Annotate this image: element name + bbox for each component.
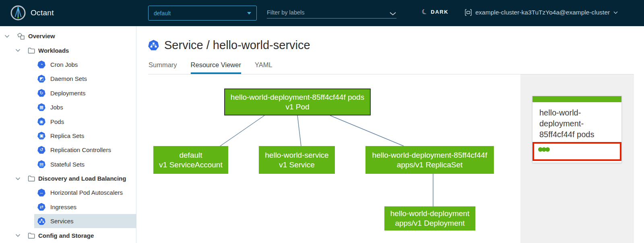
chevron-down-icon[interactable]: [15, 234, 21, 237]
sidebar-item-label: Daemon Sets: [50, 75, 87, 82]
ingresses-icon: ⇄: [37, 203, 45, 211]
chevron-down-icon[interactable]: [15, 49, 21, 52]
sidebar-item-stateful-sets[interactable]: ▤ Stateful Sets: [34, 157, 136, 171]
octant-logo-icon: [10, 5, 26, 21]
sidebar-item-replication-controllers[interactable]: ↺ Replication Controllers: [34, 143, 136, 157]
sidebar-item-label: Deployments: [50, 90, 86, 97]
sidebar-item-daemon-sets[interactable]: ◩ Daemon Sets: [34, 72, 136, 86]
node-sublabel: v1 Service: [279, 160, 315, 170]
folder-icon: [28, 47, 35, 54]
sidebar-item-services[interactable]: Services: [34, 214, 136, 228]
card-status-bar: [533, 96, 621, 102]
graph-node-service[interactable]: hello-world-service v1 Service: [259, 146, 335, 174]
graph-node-deployment[interactable]: hello-world-deployment apps/v1 Deploymen…: [384, 206, 475, 231]
main-content: Service / hello-world-service Summary Re…: [137, 26, 644, 243]
replica-sets-icon: ▣: [37, 132, 45, 140]
card-title: hello-world-deployment-85ff4cf44f pods: [533, 102, 621, 140]
node-label: hello-world-service: [265, 150, 328, 160]
jobs-icon: ▦: [37, 103, 45, 111]
sidebar-item-jobs[interactable]: ▦ Jobs: [34, 100, 136, 114]
pod-status-dot: [545, 147, 550, 152]
label-filter-input[interactable]: [267, 9, 389, 16]
pods-icon: ◉: [37, 117, 45, 126]
sidebar-item-label: Cron Jobs: [50, 61, 78, 68]
sidebar-item-label: Replication Controllers: [50, 146, 111, 153]
sidebar-item-label: Overview: [28, 33, 55, 39]
navigation-sidebar: Overview Workloads ◔ Cron Jobs ◩ Daemon …: [0, 26, 136, 243]
node-sublabel: apps/v1 ReplicaSet: [397, 160, 463, 170]
namespace-value: default: [154, 10, 171, 16]
overview-icon: [17, 33, 25, 40]
sidebar-item-replica-sets[interactable]: ▣ Replica Sets: [34, 129, 136, 143]
chevron-down-icon: [613, 11, 618, 14]
node-label: default: [179, 150, 202, 160]
detail-side-panel: hello-world-deployment-85ff4cf44f pods: [520, 74, 634, 243]
sidebar-item-label: Replica Sets: [50, 132, 84, 139]
folder-icon: [28, 233, 35, 239]
graph-node-serviceaccount[interactable]: default v1 ServiceAccount: [153, 146, 228, 174]
deployments-icon: ↻: [37, 89, 45, 97]
replication-controllers-icon: ↺: [37, 146, 45, 154]
graph-node-pod[interactable]: hello-world-deployment-85ff4cf44f pods v…: [224, 89, 371, 115]
sidebar-item-label: Discovery and Load Balancing: [38, 175, 126, 182]
node-sublabel: v1 ServiceAccount: [159, 160, 222, 170]
sidebar-item-label: Services: [50, 218, 74, 224]
chevron-down-icon: [247, 12, 251, 14]
stateful-sets-icon: ▤: [37, 160, 45, 168]
sidebar-item-horizontal-pod-autoscalers[interactable]: ↔ Horizontal Pod Autoscalers: [34, 185, 136, 200]
node-label: hello-world-deployment-85ff4cf44f: [372, 150, 487, 160]
theme-toggle-button[interactable]: ☾ DARK: [422, 8, 448, 15]
chevron-down-icon[interactable]: [389, 12, 396, 16]
label-filter: [267, 6, 396, 19]
namespace-dropdown[interactable]: default: [148, 6, 257, 21]
cluster-icon: [465, 9, 472, 16]
sidebar-group-workloads[interactable]: Workloads: [0, 43, 136, 57]
sidebar-item-ingresses[interactable]: ⇄ Ingresses: [34, 200, 136, 214]
node-label: hello-world-deployment-85ff4cf44f pods: [231, 93, 364, 102]
daemon-sets-icon: ◩: [37, 75, 45, 83]
chevron-down-icon[interactable]: [15, 177, 21, 180]
sidebar-item-label: Pods: [50, 118, 64, 125]
graph-node-replicaset[interactable]: hello-world-deployment-85ff4cf44f apps/v…: [365, 146, 494, 174]
sidebar-item-label: Stateful Sets: [50, 161, 85, 168]
chevron-down-icon[interactable]: [4, 35, 10, 38]
sidebar-item-label: Jobs: [50, 104, 63, 111]
hpa-icon: ↔: [37, 189, 45, 197]
theme-toggle-label: DARK: [431, 9, 448, 15]
app-title: Octant: [31, 8, 54, 17]
sidebar-item-overview[interactable]: Overview: [0, 29, 136, 43]
sidebar-item-label: Config and Storage: [38, 232, 94, 239]
services-icon: [37, 217, 45, 225]
node-label: hello-world-deployment: [390, 209, 469, 218]
annotation-highlight-box: [533, 142, 621, 161]
sidebar-group-config-and-storage[interactable]: Config and Storage: [0, 228, 136, 242]
sidebar-item-label: Horizontal Pod Autoscalers: [50, 189, 123, 196]
folder-icon: [28, 175, 35, 181]
app-header: Octant default ☾ DARK example-cluster-ka…: [0, 0, 644, 26]
sidebar-item-label: Ingresses: [50, 204, 76, 210]
sidebar-group-discovery-and-load-balancing[interactable]: Discovery and Load Balancing: [0, 171, 136, 185]
node-sublabel: v1 Pod: [285, 102, 309, 112]
sidebar-item-deployments[interactable]: ↻ Deployments: [34, 86, 136, 100]
moon-icon: ☾: [421, 8, 429, 16]
sidebar-item-label: Workloads: [38, 47, 69, 54]
node-sublabel: apps/v1 Deployment: [395, 218, 464, 228]
cluster-context-selector[interactable]: example-cluster-ka3TuTzYo4a@example-clus…: [465, 9, 618, 16]
selected-object-card: hello-world-deployment-85ff4cf44f pods: [532, 96, 622, 163]
cluster-context-label: example-cluster-ka3TuTzYo4a@example-clus…: [475, 9, 610, 16]
cron-jobs-icon: ◔: [37, 60, 45, 68]
sidebar-item-pods[interactable]: ◉ Pods: [34, 114, 136, 128]
pod-status-dots: [538, 147, 549, 152]
sidebar-item-cron-jobs[interactable]: ◔ Cron Jobs: [34, 58, 136, 72]
